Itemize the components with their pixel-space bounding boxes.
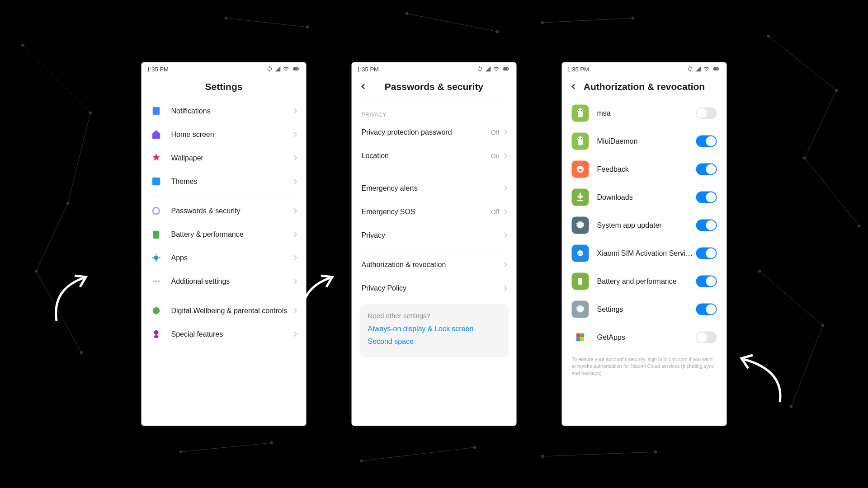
svg-rect-55 [504,68,507,70]
battery-icon [151,230,161,239]
status-bar: 1:35 PM [352,62,517,76]
divider [151,296,297,296]
settings-item-label: Additional settings [171,277,293,286]
sync-icon [687,66,693,72]
chevron-right-icon [292,332,297,337]
status-time: 1:35 PM [357,66,379,72]
app-toggle[interactable] [696,220,717,231]
divider [362,102,507,103]
settings-item[interactable]: Digital Wellbeing & parental controls [150,299,298,323]
other-settings-card: Need other settings? Always-on display &… [360,305,509,357]
svg-point-16 [89,112,92,114]
svg-point-29 [406,12,408,15]
chevron-right-icon [502,186,507,191]
settings-item-label: Digital Wellbeing & parental controls [171,307,293,315]
security-item-label: Privacy protection password [362,128,491,136]
security-item-label: Emergency SOS [362,208,491,216]
security-item[interactable]: Authorization & revocation [360,253,509,277]
svg-point-23 [858,225,860,227]
chevron-right-icon [502,262,507,267]
security-item[interactable]: Privacy Policy [360,277,509,300]
back-button[interactable] [568,81,579,92]
security-item[interactable]: Emergency alerts [360,177,509,200]
link-always-on-display[interactable]: Always-on display & Lock screen [368,325,500,333]
svg-point-17 [66,202,69,205]
svg-point-47 [153,281,155,282]
security-item[interactable]: Location On [360,144,509,168]
app-toggle[interactable] [696,304,717,315]
settings-item[interactable]: Battery & performance [150,223,298,246]
app-row: GetApps [570,324,719,352]
svg-rect-42 [153,107,160,115]
page-title: Settings [205,81,243,92]
settings-item-label: Apps [171,254,293,262]
app-row: Battery and performance [570,267,719,296]
settings-item-label: Home screen [171,131,293,139]
chevron-right-icon [292,108,297,113]
settings-item[interactable]: Notifications [150,99,298,123]
section-privacy: PRIVACY [360,105,509,121]
svg-point-20 [767,35,770,38]
app-toggle[interactable] [696,108,717,119]
chevron-right-icon [292,208,297,213]
signal-icon [275,66,281,72]
app-row: mi Xiaomi SIM Activation Servi… [570,239,719,267]
app-toggle[interactable] [696,136,717,147]
settings-item[interactable]: Apps [150,246,298,270]
status-icons [687,66,722,72]
app-icon [572,273,589,290]
svg-rect-54 [508,68,509,69]
svg-point-15 [21,44,24,47]
svg-line-10 [407,14,497,32]
settings-item[interactable]: Additional settings [150,270,298,293]
svg-point-35 [360,460,363,462]
app-toggle[interactable] [696,164,717,175]
svg-line-5 [805,90,836,158]
status-bar: 1:35 PM [142,62,307,76]
other-settings-label: Need other settings? [368,312,500,319]
battery-icon [501,66,511,72]
status-time: 1:35 PM [567,66,589,72]
app-toggle[interactable] [696,276,717,287]
svg-line-7 [760,271,823,325]
sync-icon [477,66,483,72]
signal-icon [695,66,702,72]
phones-container: 1:35 PM Settings Notifications Home scre… [142,62,727,426]
header: Settings [142,76,307,99]
wellbeing-icon [151,306,161,316]
svg-line-11 [542,18,633,23]
svg-point-32 [632,17,634,19]
settings-item-label: Passwords & security [171,207,293,215]
link-second-space[interactable]: Second space [368,338,500,346]
settings-item[interactable]: Home screen [150,123,298,146]
app-label: msa [597,109,696,117]
chevron-right-icon [502,153,507,158]
app-row: msa [570,99,719,127]
settings-item[interactable]: Special features [150,323,298,346]
security-item[interactable]: Privacy protection password Off [360,121,509,144]
svg-line-8 [791,325,823,407]
svg-point-18 [35,270,38,272]
security-item[interactable]: Privacy [360,224,509,247]
settings-item-label: Battery & performance [171,230,293,239]
security-item-label: Privacy Policy [362,284,503,292]
svg-point-36 [473,446,476,449]
app-toggle[interactable] [696,192,717,203]
settings-item[interactable]: Themes [150,170,298,193]
app-label: Battery and performance [597,277,696,286]
app-toggle[interactable] [696,248,717,259]
app-toggle[interactable] [696,332,717,343]
wifi-icon [493,66,500,72]
notifications-icon [151,106,161,116]
svg-line-4 [769,36,836,90]
back-button[interactable] [358,81,369,92]
chevron-right-icon [292,155,297,160]
settings-item[interactable]: Passwords & security [150,199,298,223]
svg-line-3 [36,271,81,352]
settings-item[interactable]: Wallpaper [150,146,298,170]
app-label: System app updater [597,221,696,230]
special-icon [151,329,161,339]
phone-security: 1:35 PM Passwords & security PRIVACY Pri… [352,62,517,426]
security-item[interactable]: Emergency SOS Off [360,200,509,224]
svg-point-51 [154,330,158,334]
